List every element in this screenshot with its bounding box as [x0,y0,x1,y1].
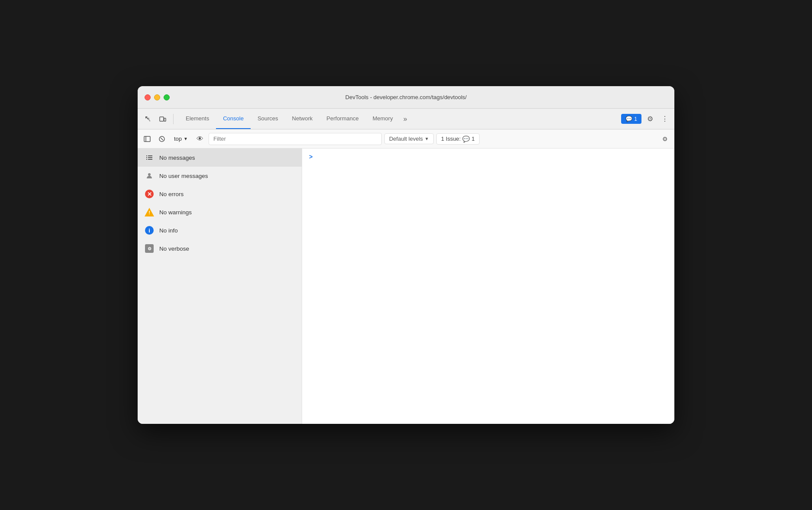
console-prompt: > [306,152,671,162]
svg-rect-8 [146,157,147,158]
tab-overflow-button[interactable]: » [400,109,411,129]
main-toolbar: Elements Console Sources Network Perform… [138,109,674,129]
sidebar-item-label: No verbose [159,245,189,252]
svg-rect-1 [164,118,166,121]
sidebar-item-no-user-messages[interactable]: No user messages [138,167,302,185]
issue-count-icon: 💬 [462,136,470,142]
log-levels-dropdown[interactable]: Default levels ▼ [384,133,434,144]
svg-rect-6 [146,155,147,156]
close-button[interactable] [145,94,151,100]
console-output-area[interactable]: > [302,148,674,424]
issue-badge-icon: 💬 [625,116,632,122]
sidebar-item-no-errors[interactable]: ✕ No errors [138,185,302,203]
svg-rect-2 [144,136,150,142]
window-title: DevTools - developer.chrome.com/tags/dev… [345,94,467,100]
tab-console[interactable]: Console [216,109,251,129]
live-expressions-button[interactable]: 👁 [194,133,206,145]
main-content: No messages No user messages ✕ No errors [138,148,674,424]
list-icon [145,153,154,162]
user-icon [145,171,154,181]
svg-line-5 [161,138,163,140]
more-options-button[interactable]: ⋮ [659,113,671,125]
tab-bar: Elements Console Sources Network Perform… [177,109,620,129]
minimize-button[interactable] [154,94,160,100]
traffic-lights [145,94,170,100]
device-toolbar-button[interactable] [156,112,170,126]
tab-memory[interactable]: Memory [366,109,400,129]
toolbar-divider [173,114,174,124]
issue-badge[interactable]: 💬 1 [621,114,641,124]
maximize-button[interactable] [164,94,170,100]
error-icon: ✕ [145,189,154,199]
tab-elements[interactable]: Elements [179,109,216,129]
sidebar-toggle-button[interactable] [141,133,153,145]
title-bar: DevTools - developer.chrome.com/tags/dev… [138,86,674,109]
sidebar-item-no-verbose[interactable]: ⚙ No verbose [138,239,302,258]
console-sidebar: No messages No user messages ✕ No errors [138,148,302,424]
devtools-window: DevTools - developer.chrome.com/tags/dev… [138,86,674,424]
context-selector[interactable]: top ▼ [171,134,191,144]
chevron-down-icon: ▼ [425,136,429,141]
sidebar-item-label: No warnings [159,209,192,216]
issues-counter[interactable]: 1 Issue: 💬 1 [436,133,480,145]
console-toolbar: top ▼ 👁 Default levels ▼ 1 Issue: 💬 1 ⚙ [138,129,674,148]
chevron-down-icon: ▼ [184,136,188,141]
toolbar-right: 💬 1 ⚙ ⋮ [621,113,671,125]
verbose-icon: ⚙ [145,244,154,253]
tab-sources[interactable]: Sources [251,109,285,129]
clear-console-button[interactable] [156,133,168,145]
tab-performance[interactable]: Performance [319,109,365,129]
prompt-chevron-icon: > [309,154,313,161]
filter-input[interactable] [209,133,382,145]
warning-icon: ! [145,207,154,217]
sidebar-item-label: No messages [159,155,195,161]
info-icon: i [145,226,154,235]
issue-badge-count: 1 [634,116,637,122]
settings-button[interactable]: ⚙ [644,113,656,125]
svg-rect-10 [146,159,147,160]
console-settings-button[interactable]: ⚙ [659,133,671,145]
svg-rect-9 [148,157,152,158]
sidebar-item-no-messages[interactable]: No messages [138,148,302,167]
sidebar-item-label: No errors [159,191,184,197]
sidebar-item-label: No user messages [159,173,208,179]
tab-network[interactable]: Network [285,109,320,129]
sidebar-item-no-warnings[interactable]: ! No warnings [138,203,302,221]
svg-rect-11 [148,159,152,160]
inspect-element-button[interactable] [141,112,155,126]
svg-rect-0 [160,117,164,121]
sidebar-item-label: No info [159,227,178,234]
sidebar-item-no-info[interactable]: i No info [138,221,302,239]
svg-point-12 [148,173,151,176]
svg-rect-7 [148,155,152,156]
